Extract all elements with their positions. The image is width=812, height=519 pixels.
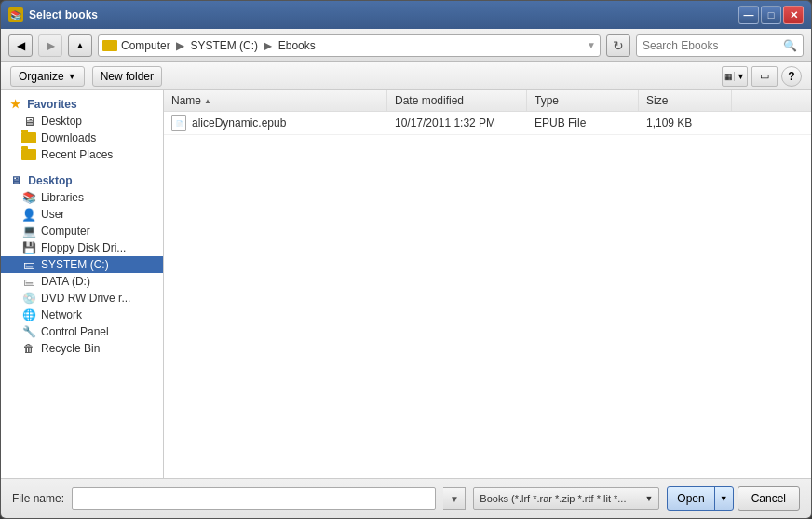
sidebar-favorites-header[interactable]: ★ Favorites (1, 94, 163, 113)
computer-icon: 💻 (21, 225, 36, 238)
search-icon: 🔍 (783, 39, 797, 52)
open-button-label[interactable]: Open (668, 487, 713, 510)
sidebar-item-dvd[interactable]: 💿 DVD RW Drive r... (1, 290, 163, 307)
hdd-d-icon: 🖴 (21, 275, 36, 288)
action-buttons: Open ▼ Cancel (667, 486, 800, 511)
breadcrumb: Computer ▶ SYSTEM (C:) ▶ Ebooks (121, 39, 316, 52)
file-name-cell: 📄 aliceDynamic.epub (164, 115, 387, 131)
search-box: 🔍 (636, 34, 804, 57)
search-input[interactable] (643, 39, 783, 52)
filename-label: File name: (12, 492, 64, 505)
preview-pane-button[interactable]: ▭ (751, 66, 778, 87)
cancel-button[interactable]: Cancel (738, 486, 800, 511)
sidebar-item-computer[interactable]: 💻 Computer (1, 223, 163, 239)
hdd-c-icon: 🖴 (21, 258, 36, 271)
recycle-bin-icon: 🗑 (21, 342, 36, 355)
table-row[interactable]: 📄 aliceDynamic.epub 10/17/2011 1:32 PM E… (164, 112, 811, 135)
column-name[interactable]: Name ▲ (164, 90, 387, 111)
breadcrumb-folder[interactable]: Ebooks (278, 39, 316, 52)
column-size[interactable]: Size (639, 90, 732, 111)
floppy-icon: 💾 (21, 241, 36, 254)
sidebar-item-network[interactable]: 🌐 Network (1, 307, 163, 323)
sidebar-item-system-c[interactable]: 🖴 SYSTEM (C:) (1, 256, 163, 273)
sidebar-item-data-d[interactable]: 🖴 DATA (D:) (1, 273, 163, 290)
libraries-icon: 📚 (21, 191, 36, 204)
star-icon: ★ (10, 98, 20, 111)
monitor-icon: 🖥 (21, 115, 36, 128)
filename-dropdown-button[interactable]: ▼ (443, 487, 466, 510)
sidebar-spacer (1, 163, 163, 171)
file-date-modified: 10/17/2011 1:32 PM (387, 116, 527, 130)
open-button-arrow[interactable]: ▼ (714, 487, 733, 510)
file-list: Name ▲ Date modified Type Size 📄 aliceDy… (164, 90, 811, 478)
network-icon: 🌐 (21, 308, 36, 321)
filetype-label: Books (*.lrf *.rar *.zip *.rtf *.lit *..… (480, 493, 641, 504)
sidebar-item-recent-places[interactable]: Recent Places (1, 146, 163, 163)
secondary-toolbar: Organize ▼ New folder ▦ ▼ ▭ ? (1, 62, 811, 90)
breadcrumb-computer[interactable]: Computer (121, 39, 170, 52)
title-bar-icon: 📚 (8, 7, 23, 22)
downloads-folder-icon (21, 131, 36, 144)
content-area: ★ Favorites 🖥 Desktop Downloads Recent (1, 90, 811, 478)
filetype-arrow-icon: ▼ (644, 494, 653, 503)
title-bar-controls: — □ ✕ (738, 6, 804, 24)
breadcrumb-drive[interactable]: SYSTEM (C:) (190, 39, 258, 52)
forward-button[interactable]: ▶ (38, 34, 62, 57)
select-books-dialog: 📚 Select books — □ ✕ ◀ ▶ ▲ Computer ▶ SY… (0, 0, 812, 519)
title-bar: 📚 Select books — □ ✕ (1, 1, 811, 29)
sidebar-item-desktop[interactable]: 🖥 Desktop (1, 113, 163, 130)
column-date-modified[interactable]: Date modified (387, 90, 527, 111)
view-dropdown-arrow[interactable]: ▼ (734, 72, 745, 81)
sidebar-item-user[interactable]: 👤 User (1, 206, 163, 223)
file-size: 1,109 KB (639, 116, 732, 130)
up-button[interactable]: ▲ (68, 34, 92, 57)
sidebar: ★ Favorites 🖥 Desktop Downloads Recent (1, 90, 164, 478)
sort-arrow-name: ▲ (204, 97, 211, 105)
new-folder-button[interactable]: New folder (92, 66, 162, 87)
filetype-dropdown[interactable]: Books (*.lrf *.rar *.zip *.rtf *.lit *..… (473, 487, 659, 510)
refresh-button[interactable]: ↻ (606, 34, 630, 57)
file-type: EPUB File (527, 116, 639, 130)
maximize-button[interactable]: □ (761, 6, 781, 24)
sidebar-desktop-header[interactable]: 🖥 Desktop (1, 171, 163, 189)
user-icon: 👤 (21, 208, 36, 221)
view-toggle-button[interactable]: ▦ ▼ (722, 66, 748, 87)
help-button[interactable]: ? (781, 66, 802, 87)
view-controls: ▦ ▼ ▭ ? (722, 66, 802, 87)
file-name: aliceDynamic.epub (192, 116, 286, 130)
organize-arrow-icon: ▼ (68, 72, 76, 81)
breadcrumb-dropdown[interactable]: ▼ (587, 40, 596, 50)
address-toolbar: ◀ ▶ ▲ Computer ▶ SYSTEM (C:) ▶ Ebooks ▼ … (1, 29, 811, 62)
recent-places-icon (21, 148, 36, 161)
organize-button[interactable]: Organize ▼ (10, 66, 85, 87)
close-button[interactable]: ✕ (783, 6, 804, 24)
dvd-icon: 💿 (21, 292, 36, 305)
sidebar-item-recycle-bin[interactable]: 🗑 Recycle Bin (1, 340, 163, 357)
control-panel-icon: 🔧 (21, 325, 36, 338)
column-type[interactable]: Type (527, 90, 639, 111)
folder-icon (102, 40, 117, 51)
sidebar-item-control-panel[interactable]: 🔧 Control Panel (1, 323, 163, 340)
bottom-bar: File name: ▼ Books (*.lrf *.rar *.zip *.… (1, 478, 811, 518)
file-list-header: Name ▲ Date modified Type Size (164, 90, 811, 112)
open-button[interactable]: Open ▼ (667, 486, 733, 511)
back-button[interactable]: ◀ (8, 34, 33, 57)
sidebar-item-libraries[interactable]: 📚 Libraries (1, 189, 163, 206)
sidebar-item-downloads[interactable]: Downloads (1, 130, 163, 146)
minimize-button[interactable]: — (738, 6, 759, 24)
epub-file-icon: 📄 (171, 115, 186, 131)
desktop-monitor-icon: 🖥 (10, 174, 21, 187)
sidebar-item-floppy[interactable]: 💾 Floppy Disk Dri... (1, 239, 163, 256)
title-bar-title: Select books (29, 8, 738, 21)
filename-input[interactable] (72, 487, 436, 510)
breadcrumb-bar[interactable]: Computer ▶ SYSTEM (C:) ▶ Ebooks ▼ (98, 34, 601, 57)
